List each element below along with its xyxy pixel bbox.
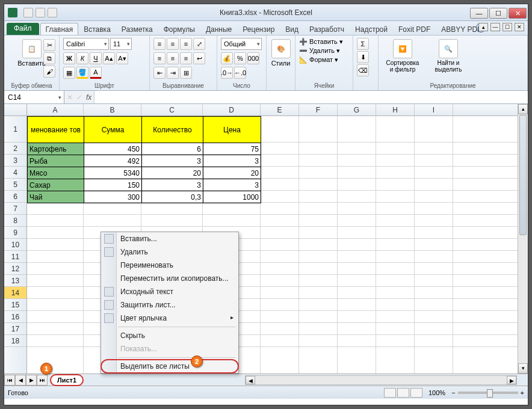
context-menu-item[interactable]: Выделить все листы — [101, 360, 238, 373]
col-header-D[interactable]: D — [203, 104, 261, 115]
row-header-17[interactable]: 17 — [4, 323, 26, 335]
minimize-button[interactable]: — — [470, 8, 488, 19]
merge-icon[interactable]: ⊞ — [180, 67, 192, 79]
format-painter-icon[interactable]: 🖌 — [43, 66, 55, 78]
context-menu-item[interactable]: Вставить... — [101, 232, 238, 245]
insert-cells-button[interactable]: ➕ Вставить ▾ — [299, 38, 349, 46]
align-left-icon[interactable]: ≡ — [153, 52, 165, 64]
table-cell[interactable]: 20 — [142, 167, 203, 179]
row-header-9[interactable]: 9 — [4, 227, 26, 239]
fill-icon[interactable]: ⬇ — [357, 51, 369, 63]
page-layout-view-icon[interactable] — [397, 388, 409, 398]
row-header-12[interactable]: 12 — [4, 263, 26, 275]
align-top-icon[interactable]: ≡ — [153, 38, 165, 50]
table-cell[interactable]: 492 — [84, 155, 142, 167]
normal-view-icon[interactable] — [384, 388, 396, 398]
vertical-scrollbar[interactable]: ▴ ▾ — [518, 104, 528, 374]
increase-indent-icon[interactable]: ⇥ — [167, 67, 179, 79]
ribbon-tab-2[interactable]: Разметка — [116, 23, 158, 35]
table-cell[interactable]: Картофель — [28, 143, 84, 155]
scroll-down-icon[interactable]: ▾ — [518, 363, 528, 374]
row-header-14[interactable]: 14 — [4, 287, 26, 299]
border-icon[interactable]: ▦ — [63, 67, 75, 79]
font-size-combo[interactable]: 11 — [110, 38, 132, 50]
row-header-7[interactable]: 7 — [4, 203, 26, 215]
currency-icon[interactable]: 💰 — [221, 52, 233, 64]
sort-filter-button[interactable]: 🔽 Сортировка и фильтр — [382, 38, 423, 74]
row-header-18[interactable]: 18 — [4, 335, 26, 347]
ribbon-minimize-icon[interactable]: ▴ — [478, 23, 488, 31]
delete-cells-button[interactable]: ➖ Удалить ▾ — [299, 47, 349, 55]
formula-input[interactable] — [94, 91, 528, 103]
qat-save-icon[interactable] — [23, 8, 33, 17]
context-menu-item[interactable]: Переименовать — [101, 259, 238, 272]
table-cell[interactable]: Чай — [28, 191, 84, 203]
table-cell[interactable]: 3 — [142, 179, 203, 191]
align-right-icon[interactable]: ≡ — [180, 52, 192, 64]
qat-undo-icon[interactable] — [36, 8, 45, 17]
decrease-font-icon[interactable]: A▾ — [116, 52, 128, 64]
wrap-text-icon[interactable]: ↩ — [193, 52, 205, 64]
row-header-1[interactable]: 1 — [4, 116, 26, 143]
find-select-button[interactable]: 🔍 Найти и выделить — [428, 38, 469, 74]
italic-button[interactable]: К — [76, 52, 88, 64]
zoom-out-icon[interactable]: − — [451, 389, 455, 396]
table-cell[interactable]: Сахар — [28, 179, 84, 191]
col-header-G[interactable]: G — [338, 104, 376, 115]
align-bottom-icon[interactable]: ≡ — [180, 38, 192, 50]
col-header-C[interactable]: C — [141, 104, 203, 115]
scroll-left-icon[interactable]: ◀ — [246, 376, 255, 384]
orientation-icon[interactable]: ⤢ — [193, 38, 205, 50]
worksheet-grid[interactable]: ABCDEFGHI 123456789101112131415161718 ме… — [4, 104, 528, 374]
ribbon-tab-1[interactable]: Вставка — [78, 23, 116, 35]
row-header-10[interactable]: 10 — [4, 239, 26, 251]
font-name-combo[interactable]: Calibri — [63, 38, 109, 50]
copy-icon[interactable]: ⧉ — [43, 52, 55, 64]
ribbon-tab-0[interactable]: Главная — [40, 23, 79, 35]
styles-button[interactable]: 🎨 Стили — [270, 38, 291, 68]
mdi-close-icon[interactable]: ✕ — [515, 23, 524, 31]
zoom-in-icon[interactable]: + — [521, 389, 524, 396]
scroll-thumb[interactable] — [519, 115, 527, 235]
format-cells-button[interactable]: 📐 Формат ▾ — [299, 56, 349, 64]
bold-button[interactable]: Ж — [63, 52, 75, 64]
increase-font-icon[interactable]: A▴ — [103, 52, 115, 64]
scroll-up-icon[interactable]: ▴ — [518, 104, 528, 114]
fx-icon[interactable]: fx — [86, 93, 91, 102]
context-menu-item[interactable]: Удалить — [101, 245, 238, 259]
row-header-15[interactable]: 15 — [4, 299, 26, 311]
table-cell[interactable]: 1000 — [203, 191, 261, 203]
last-sheet-icon[interactable]: ⏭ — [37, 375, 48, 386]
zoom-slider[interactable] — [458, 392, 518, 394]
col-header-E[interactable]: E — [261, 104, 299, 115]
increase-decimal-icon[interactable]: .0→ — [221, 67, 233, 79]
select-all-corner[interactable] — [4, 104, 27, 115]
context-menu-item[interactable]: Цвет ярлычка — [101, 312, 238, 325]
context-menu-item[interactable]: Скрыть — [101, 329, 238, 342]
close-button[interactable]: ✕ — [509, 8, 527, 19]
ribbon-tab-3[interactable]: Формулы — [158, 23, 200, 35]
mdi-restore-icon[interactable]: ☐ — [503, 23, 512, 31]
row-header-5[interactable]: 5 — [4, 179, 26, 191]
table-cell[interactable]: 3 — [203, 179, 261, 191]
row-header-16[interactable]: 16 — [4, 311, 26, 323]
scroll-right-icon[interactable]: ▶ — [507, 376, 516, 384]
col-header-A[interactable]: A — [27, 104, 84, 115]
decrease-indent-icon[interactable]: ⇤ — [153, 67, 165, 79]
table-cell[interactable]: 0,3 — [142, 191, 203, 203]
prev-sheet-icon[interactable]: ◀ — [15, 375, 26, 386]
mdi-min-icon[interactable]: — — [490, 23, 500, 31]
enter-formula-icon[interactable]: ✓ — [76, 93, 82, 102]
align-center-icon[interactable]: ≡ — [167, 52, 179, 64]
table-cell[interactable]: 6 — [142, 143, 203, 155]
ribbon-tab-8[interactable]: Надстрой — [350, 23, 393, 35]
col-header-F[interactable]: F — [299, 104, 338, 115]
context-menu-item[interactable]: Переместить или скопировать... — [101, 272, 238, 285]
comma-icon[interactable]: 000 — [247, 52, 259, 64]
underline-button[interactable]: Ч — [90, 52, 102, 64]
zoom-value[interactable]: 100% — [428, 389, 445, 396]
col-header-I[interactable]: I — [415, 104, 453, 115]
ribbon-tab-5[interactable]: Рецензир — [237, 23, 280, 35]
context-menu-item[interactable]: Исходный текст — [101, 285, 238, 298]
table-cell[interactable]: Мясо — [28, 167, 84, 179]
